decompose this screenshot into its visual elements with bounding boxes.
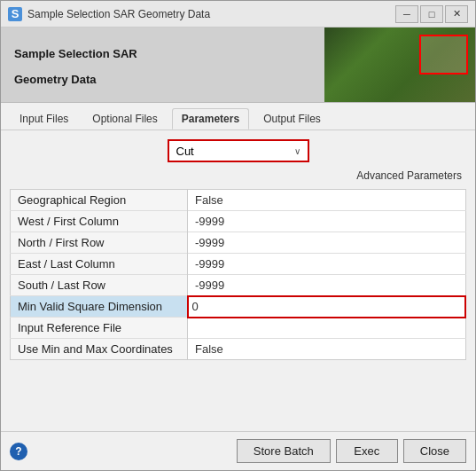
advanced-params-label: Advanced Parameters: [10, 169, 466, 182]
bottom-bar: ? Store Batch Exec Close: [1, 431, 475, 470]
param-label: Geographical Region: [11, 190, 188, 211]
param-value: False: [188, 339, 466, 360]
table-row: West / First Column -9999: [11, 211, 466, 232]
header-title: Sample Selection SAR Geometry Data: [14, 39, 137, 90]
tab-optional-files[interactable]: Optional Files: [82, 108, 167, 130]
help-button[interactable]: ?: [10, 443, 27, 460]
content-area: Cut ∨ Advanced Parameters Geographical R…: [1, 130, 475, 431]
store-batch-button[interactable]: Store Batch: [237, 439, 331, 463]
table-row: Geographical Region False: [11, 190, 466, 211]
table-row: South / Last Row -9999: [11, 275, 466, 296]
tab-parameters[interactable]: Parameters: [172, 108, 249, 130]
nav-tabs: Input Files Optional Files Parameters Ou…: [1, 103, 475, 130]
param-input[interactable]: 0: [188, 296, 466, 318]
exec-button[interactable]: Exec: [336, 439, 398, 463]
dropdown-row: Cut ∨: [10, 139, 466, 162]
param-value: -9999: [188, 211, 466, 232]
param-value: -9999: [188, 254, 466, 275]
dropdown-value: Cut: [176, 145, 194, 158]
param-label-highlighted: Min Valid Square Dimension: [11, 296, 188, 318]
param-value[interactable]: [188, 318, 466, 339]
param-label: Input Reference File: [11, 318, 188, 339]
help-area: ?: [10, 443, 27, 460]
header-image: [324, 27, 475, 103]
table-row: Input Reference File: [11, 318, 466, 339]
param-label: South / Last Row: [11, 275, 188, 296]
title-bar: S Sample Selection SAR Geometry Data ─ □…: [1, 1, 475, 27]
window-controls: ─ □ ✕: [395, 5, 468, 23]
cut-dropdown[interactable]: Cut ∨: [168, 139, 309, 162]
table-row: Use Min and Max Coordinates False: [11, 339, 466, 360]
param-value: -9999: [188, 232, 466, 254]
tab-input-files[interactable]: Input Files: [10, 108, 78, 130]
params-table: Geographical Region False West / First C…: [10, 189, 466, 360]
chevron-down-icon: ∨: [294, 146, 300, 156]
tab-output-files[interactable]: Output Files: [254, 108, 331, 130]
param-label: Use Min and Max Coordinates: [11, 339, 188, 360]
app-icon: S: [8, 7, 22, 21]
header-image-highlight: [419, 35, 468, 75]
param-label: North / First Row: [11, 232, 188, 254]
table-row: North / First Row -9999: [11, 232, 466, 254]
header-section: Sample Selection SAR Geometry Data: [1, 27, 475, 103]
param-value: -9999: [188, 275, 466, 296]
param-label: East / Last Column: [11, 254, 188, 275]
main-window: S Sample Selection SAR Geometry Data ─ □…: [0, 0, 476, 471]
window-title: Sample Selection SAR Geometry Data: [27, 8, 395, 20]
close-button[interactable]: Close: [403, 439, 466, 463]
minimize-button[interactable]: ─: [395, 5, 418, 23]
maximize-button[interactable]: □: [420, 5, 443, 23]
table-row-highlighted: Min Valid Square Dimension 0: [11, 296, 466, 318]
param-label: West / First Column: [11, 211, 188, 232]
table-row: East / Last Column -9999: [11, 254, 466, 275]
close-window-button[interactable]: ✕: [445, 5, 468, 23]
param-value: False: [188, 190, 466, 211]
